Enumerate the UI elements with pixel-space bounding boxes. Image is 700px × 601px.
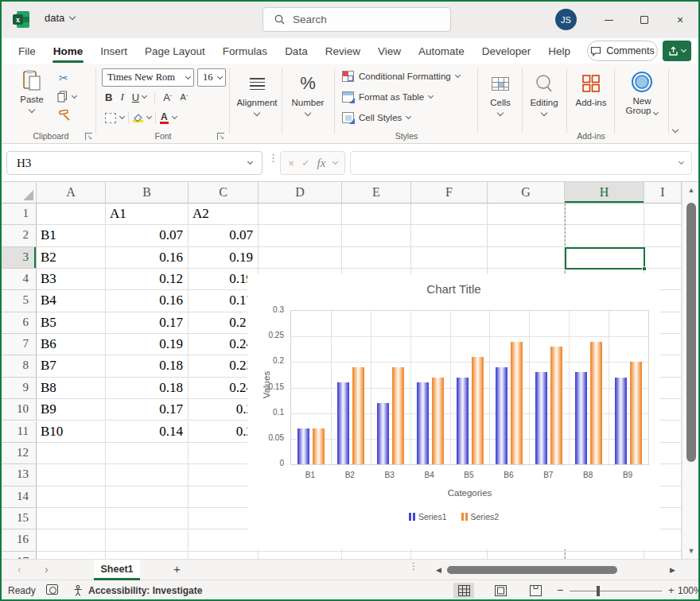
grid-cell-B7[interactable]: 0.19 [106, 334, 189, 355]
cut-button[interactable]: ✂ [59, 72, 68, 84]
underline-button[interactable]: U [132, 91, 139, 103]
grid-cell-B14[interactable] [106, 487, 189, 508]
grid-cell-D17[interactable] [259, 552, 342, 559]
clipboard-dialog-launcher[interactable]: ↘ [85, 133, 92, 140]
grid-cell-B15[interactable] [106, 508, 189, 529]
grid-cell-A1[interactable] [37, 204, 106, 225]
add-sheet-button[interactable]: + [173, 562, 181, 576]
insert-function-button[interactable]: fx [317, 157, 326, 170]
font-color-button[interactable]: A [160, 112, 169, 124]
grid-cell-B6[interactable]: 0.17 [106, 312, 189, 334]
grid-cell-E17[interactable] [342, 552, 411, 559]
search-input[interactable]: Search [262, 7, 451, 32]
select-all-corner[interactable] [0, 182, 37, 204]
grid-cell-A12[interactable] [37, 443, 106, 464]
grid-cell-B3[interactable]: 0.16 [106, 247, 189, 269]
alignment-button[interactable]: Alignment [234, 72, 280, 115]
editing-button[interactable]: Editing [523, 72, 565, 115]
grid-cell-G1[interactable] [488, 204, 565, 225]
grid-cell-A9[interactable]: B8 [37, 378, 106, 399]
row-header-16[interactable]: 16 [0, 529, 37, 551]
document-title[interactable]: data [45, 12, 75, 24]
row-header-4[interactable]: 4 [0, 269, 37, 290]
macro-record-icon[interactable] [46, 584, 58, 595]
borders-icon[interactable] [105, 113, 116, 123]
grid-cell-C17[interactable] [189, 552, 259, 559]
scroll-left-arrow-icon[interactable]: ◀ [436, 566, 441, 574]
grid-cell-G17[interactable] [488, 552, 565, 559]
grid-cell-I2[interactable] [644, 225, 682, 246]
zoom-slider-track[interactable] [570, 591, 662, 591]
column-header-d[interactable]: D [259, 182, 342, 204]
grid-cell-B2[interactable]: 0.07 [106, 225, 189, 246]
grid-cell-A3[interactable]: B2 [37, 247, 106, 269]
font-name-select[interactable]: Times New Rom [102, 68, 194, 87]
grid-cell-A10[interactable]: B9 [37, 399, 106, 421]
column-header-g[interactable]: G [488, 182, 565, 204]
grid-cell-G2[interactable] [488, 225, 565, 246]
shrink-font-button[interactable]: Aˇ [180, 92, 188, 102]
row-header-12[interactable]: 12 [0, 443, 37, 464]
vertical-scrollbar[interactable]: ▲ ▼ [682, 182, 700, 559]
grid-cell-A14[interactable] [37, 487, 106, 508]
grid-cell-D2[interactable] [259, 225, 342, 246]
grid-cell-A17[interactable] [37, 552, 106, 559]
column-header-e[interactable]: E [342, 182, 411, 204]
collapse-ribbon-button[interactable] [673, 121, 678, 135]
cancel-entry-icon[interactable]: × [288, 157, 294, 169]
column-header-i[interactable]: I [644, 182, 682, 204]
grid-cell-A16[interactable] [37, 529, 106, 551]
grid-cell-I3[interactable] [644, 247, 682, 269]
tab-automate[interactable]: Automate [410, 38, 473, 64]
page-break-view-button[interactable] [525, 583, 546, 599]
avatar[interactable]: JS [555, 9, 577, 30]
row-header-17[interactable]: 17 [0, 552, 37, 559]
formula-input[interactable] [350, 151, 692, 175]
grid-cell-B4[interactable]: 0.12 [106, 269, 189, 290]
grid-cell-B10[interactable]: 0.17 [106, 399, 189, 421]
italic-button[interactable]: I [120, 91, 123, 103]
selected-cell-outline[interactable] [565, 247, 645, 269]
grid-cell-E2[interactable] [342, 225, 411, 246]
minimize-button[interactable] [601, 13, 616, 27]
tab-formulas[interactable]: Formulas [214, 38, 276, 64]
grid-cell-I17[interactable] [644, 552, 682, 559]
close-button[interactable]: × [673, 13, 687, 27]
zoom-out-button[interactable]: − [557, 584, 563, 596]
zoom-level[interactable]: 100% [678, 585, 700, 596]
grid-cell-B9[interactable]: 0.18 [106, 378, 189, 399]
tab-developer[interactable]: Developer [473, 38, 540, 64]
column-header-c[interactable]: C [189, 182, 259, 204]
cells-button[interactable]: Cells [480, 72, 520, 115]
row-header-1[interactable]: 1 [0, 204, 37, 225]
row-header-5[interactable]: 5 [0, 290, 37, 312]
grid-cell-D3[interactable] [259, 247, 342, 269]
bold-button[interactable]: B [105, 91, 112, 103]
grid-cell-A7[interactable]: B6 [37, 334, 106, 355]
grid-cell-C1[interactable]: A2 [189, 204, 259, 225]
scroll-down-arrow-icon[interactable]: ▼ [682, 547, 700, 555]
zoom-slider-thumb[interactable] [597, 586, 600, 596]
accessibility-status[interactable]: Accessibility: Investigate [73, 585, 202, 596]
tab-insert[interactable]: Insert [91, 38, 136, 64]
row-header-15[interactable]: 15 [0, 508, 37, 529]
fill-handle[interactable] [642, 266, 647, 271]
new-group-button[interactable]: New Group [617, 70, 667, 115]
row-header-3[interactable]: 3 [0, 247, 37, 269]
cell-styles-button[interactable]: Cell Styles [342, 112, 410, 123]
prev-sheet-button[interactable]: ‹ [18, 563, 21, 576]
grid-cell-A15[interactable] [37, 508, 106, 529]
grid-cell-E3[interactable] [342, 247, 411, 269]
grid-cell-B17[interactable] [106, 552, 189, 559]
tab-help[interactable]: Help [539, 38, 579, 64]
tab-page-layout[interactable]: Page Layout [136, 38, 214, 64]
grid-cell-A6[interactable]: B5 [37, 312, 106, 334]
grid-cell-H1[interactable] [565, 204, 644, 225]
grid-cell-C3[interactable]: 0.19 [189, 247, 259, 269]
column-header-h[interactable]: H [565, 182, 644, 204]
grid-cell-H17[interactable] [565, 552, 644, 559]
row-header-6[interactable]: 6 [0, 312, 37, 334]
addins-button[interactable]: Add-ins [570, 72, 612, 107]
row-header-9[interactable]: 9 [0, 378, 37, 399]
row-header-11[interactable]: 11 [0, 421, 37, 443]
